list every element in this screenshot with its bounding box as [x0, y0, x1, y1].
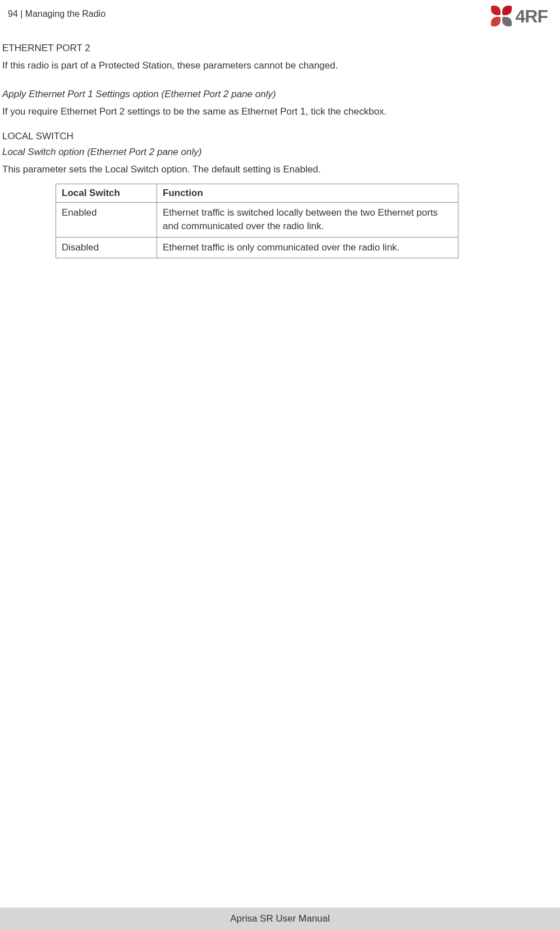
table-header-row: Local Switch Function: [56, 184, 458, 202]
logo-text: 4RF: [516, 6, 548, 27]
apply-settings-heading: Apply Ethernet Port 1 Settings option (E…: [2, 89, 556, 100]
table-row: Enabled Ethernet traffic is switched loc…: [56, 202, 458, 237]
page-number: 94: [8, 9, 18, 19]
section-title: Managing the Radio: [25, 9, 105, 19]
table-row: Disabled Ethernet traffic is only commun…: [56, 237, 458, 258]
table-header-cell: Function: [157, 184, 458, 202]
logo: 4RF: [491, 6, 548, 27]
local-switch-heading: LOCAL SWITCH: [2, 131, 556, 142]
table-cell: Enabled: [56, 202, 157, 237]
table-header-cell: Local Switch: [56, 184, 157, 202]
local-switch-option-heading: Local Switch option (Ethernet Port 2 pan…: [2, 147, 556, 158]
table-cell: Ethernet traffic is only communicated ov…: [157, 237, 458, 258]
local-switch-description: This parameter sets the Local Switch opt…: [2, 162, 556, 177]
page-header: 94 | Managing the Radio 4RF: [0, 0, 560, 31]
table-cell: Disabled: [56, 237, 157, 258]
table-cell: Ethernet traffic is switched locally bet…: [157, 202, 458, 237]
footer-text: Aprisa SR User Manual: [230, 913, 330, 924]
logo-icon: [491, 6, 512, 27]
page-footer: Aprisa SR User Manual: [0, 908, 560, 930]
separator: |: [18, 9, 25, 19]
page-content: ETHERNET PORT 2 If this radio is part of…: [0, 31, 560, 258]
ethernet-port-2-description: If this radio is part of a Protected Sta…: [2, 58, 556, 73]
apply-settings-description: If you require Ethernet Port 2 settings …: [2, 104, 556, 119]
local-switch-table: Local Switch Function Enabled Ethernet t…: [56, 184, 458, 259]
header-left: 94 | Managing the Radio: [8, 6, 105, 19]
ethernet-port-2-heading: ETHERNET PORT 2: [2, 43, 556, 54]
